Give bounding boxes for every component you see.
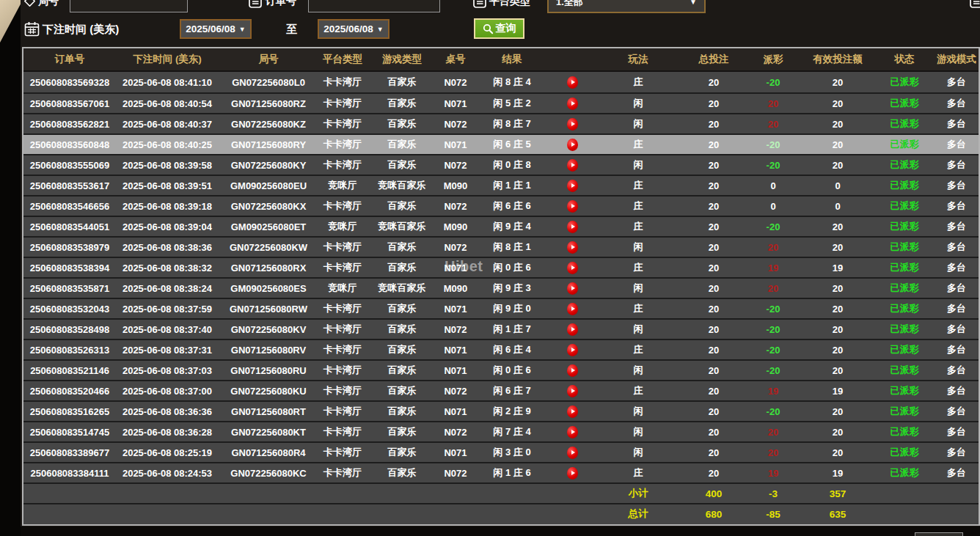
platform-type-select[interactable]: 1.全部 ▼ xyxy=(547,0,706,13)
cell-valid-bet: 20 xyxy=(801,304,874,315)
cell-valid-bet: 20 xyxy=(801,283,874,294)
play-video-icon[interactable] xyxy=(567,76,578,89)
cell-bet-time: 2025-06-08 08:40:37 xyxy=(116,119,219,130)
cell-game-type: 百家乐 xyxy=(367,158,437,172)
table-row[interactable]: 250608083384111 2025-06-08 08:24:53 GN07… xyxy=(23,462,979,482)
cell-game-mode: 多台 xyxy=(935,138,979,151)
cell-table-no: N071 xyxy=(437,447,474,458)
table-row[interactable]: 250608083544051 2025-06-08 08:39:04 GM09… xyxy=(23,216,979,236)
table-row[interactable]: 250608083553617 2025-06-08 08:39:51 GM09… xyxy=(23,175,979,195)
cell-result: 闲 9 庄 0 xyxy=(474,302,550,315)
cell-bet-time: 2025-06-08 08:37:00 xyxy=(116,386,219,397)
header-payout: 派彩 xyxy=(745,53,801,66)
play-video-icon[interactable] xyxy=(567,159,578,172)
cell-order-id: 250608083538979 xyxy=(23,242,116,253)
table-row[interactable]: 250608083569328 2025-06-08 08:41:10 GN07… xyxy=(23,72,979,92)
cell-payout: 20 xyxy=(745,447,801,458)
cell-result: 闲 1 庄 7 xyxy=(474,323,550,336)
cell-round-id: GN072256080KT xyxy=(219,427,318,438)
cell-result: 闲 8 庄 4 xyxy=(474,76,550,89)
table-row[interactable]: 250608083389677 2025-06-08 08:25:19 GN07… xyxy=(23,441,979,462)
play-video-icon[interactable] xyxy=(567,262,578,274)
play-video-icon[interactable] xyxy=(567,98,578,110)
play-video-icon[interactable] xyxy=(567,467,578,480)
table-row[interactable]: 250608083520466 2025-06-08 08:37:00 GN07… xyxy=(23,380,979,400)
table-row[interactable]: 250608083562821 2025-06-08 08:40:37 GN07… xyxy=(23,113,979,133)
play-video-icon[interactable] xyxy=(567,303,578,315)
table-row[interactable]: 250608083526313 2025-06-08 08:37:31 GN07… xyxy=(23,339,979,359)
query-button[interactable]: 查询 xyxy=(474,18,524,39)
play-video-icon[interactable] xyxy=(567,385,578,397)
play-video-icon[interactable] xyxy=(567,180,578,192)
cell-table-no: N072 xyxy=(437,160,474,171)
platform-type-icon xyxy=(473,0,486,8)
play-video-icon[interactable] xyxy=(567,364,578,377)
header-table-no: 桌号 xyxy=(437,53,474,66)
play-video-icon[interactable] xyxy=(567,118,578,131)
cell-bet-side: 闲 xyxy=(594,446,682,459)
table-row[interactable]: 250608083538394 2025-06-08 08:38:32 GN07… xyxy=(23,257,979,277)
date-from-picker[interactable]: 2025/06/08 ▼ xyxy=(180,19,252,39)
play-video-icon[interactable] xyxy=(567,282,578,295)
cell-total-bet: 20 xyxy=(682,201,745,212)
table-row[interactable]: 250608083538979 2025-06-08 08:38:36 GN07… xyxy=(23,236,979,257)
cell-result: 闲 3 庄 0 xyxy=(474,446,550,459)
cell-bet-time: 2025-06-08 08:37:03 xyxy=(116,365,219,376)
cell-platform: 竞咪厅 xyxy=(318,220,367,233)
table-row[interactable]: 250608083532043 2025-06-08 08:37:59 GN07… xyxy=(23,298,979,318)
date-to-picker[interactable]: 2025/06/08 ▼ xyxy=(318,19,390,39)
cell-payout: 19 xyxy=(745,386,801,397)
cell-result: 闲 5 庄 2 xyxy=(474,97,550,110)
cell-video xyxy=(550,426,594,438)
play-video-icon[interactable] xyxy=(567,139,578,151)
play-video-icon[interactable] xyxy=(567,241,578,254)
table-row[interactable]: 250608083555069 2025-06-08 08:39:58 GN07… xyxy=(23,154,979,175)
table-row[interactable]: 250608083560848 2025-06-08 08:40:25 GN07… xyxy=(23,133,979,154)
cell-table-no: N071 xyxy=(437,98,474,109)
pagination-button-clipped[interactable] xyxy=(915,532,963,536)
table-row[interactable]: 250608083567061 2025-06-08 08:40:54 GN07… xyxy=(23,92,979,113)
table-row[interactable]: 250608083516265 2025-06-08 08:36:36 GN07… xyxy=(23,400,979,421)
cell-game-type: 百家乐 xyxy=(367,261,437,274)
table-row[interactable]: 250608083546656 2025-06-08 08:39:18 GN07… xyxy=(23,195,979,216)
play-video-icon[interactable] xyxy=(567,344,578,356)
cell-valid-bet: 20 xyxy=(801,221,874,232)
cell-valid-bet: 20 xyxy=(801,242,874,253)
cell-game-type: 百家乐 xyxy=(367,466,437,480)
cell-table-no: N072 xyxy=(437,119,474,130)
total-payout: -85 xyxy=(745,509,801,520)
cell-game-mode: 多台 xyxy=(935,343,979,356)
table-row[interactable]: 250608083514745 2025-06-08 08:36:28 GN07… xyxy=(23,421,979,441)
play-video-icon[interactable] xyxy=(567,426,578,438)
cell-game-mode: 多台 xyxy=(935,323,979,336)
play-video-icon[interactable] xyxy=(567,323,578,336)
play-video-icon[interactable] xyxy=(567,447,578,459)
cell-total-bet: 20 xyxy=(682,447,745,458)
cell-video xyxy=(550,467,594,480)
cell-platform: 竞咪厅 xyxy=(318,179,367,192)
table-row[interactable]: 250608083535871 2025-06-08 08:38:24 GM09… xyxy=(23,277,979,298)
cell-valid-bet: 20 xyxy=(801,119,874,130)
table-row[interactable]: 250608083521146 2025-06-08 08:37:03 GN07… xyxy=(23,359,979,380)
cell-bet-side: 闲 xyxy=(594,405,682,418)
cell-game-type: 竞咪百家乐 xyxy=(367,179,437,192)
cell-bet-side: 庄 xyxy=(594,138,682,151)
cell-valid-bet: 20 xyxy=(801,98,874,109)
order-no-input[interactable] xyxy=(308,0,440,12)
table-row[interactable]: 250608083528498 2025-06-08 08:37:40 GN07… xyxy=(23,318,979,339)
cell-table-no: N072 xyxy=(437,324,474,335)
header-platform: 平台类型 xyxy=(318,53,367,66)
cell-video xyxy=(550,241,594,254)
cell-status: 已派彩 xyxy=(874,364,935,377)
play-video-icon[interactable] xyxy=(567,405,578,418)
cell-payout: 20 xyxy=(745,283,801,294)
cell-order-id: 250608083521146 xyxy=(23,365,116,376)
round-no-input[interactable] xyxy=(70,0,188,12)
cell-payout: 19 xyxy=(745,468,801,479)
subtotal-payout: -3 xyxy=(745,488,801,499)
play-video-icon[interactable] xyxy=(567,221,578,233)
play-video-icon[interactable] xyxy=(567,200,578,213)
cell-bet-time: 2025-06-08 08:37:40 xyxy=(116,324,219,335)
cell-platform: 卡卡湾厅 xyxy=(318,117,367,131)
cell-total-bet: 20 xyxy=(682,263,745,273)
